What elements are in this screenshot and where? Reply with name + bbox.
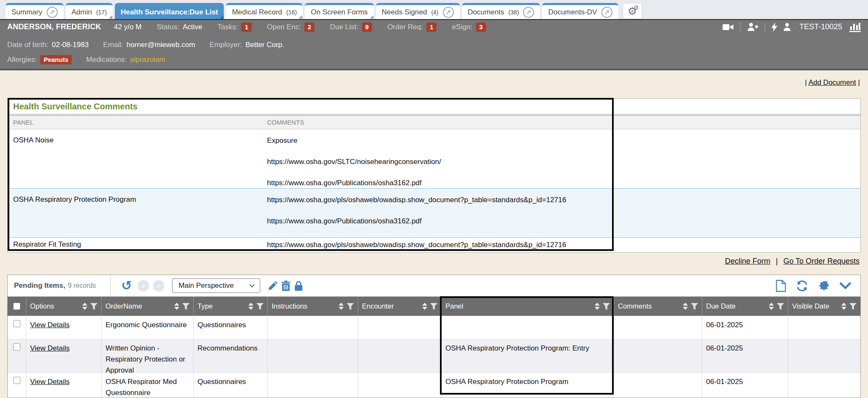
open-enc-count-badge[interactable]: 2 bbox=[304, 22, 314, 32]
tasks-count-badge[interactable]: 1 bbox=[241, 22, 251, 32]
lock-icon[interactable] bbox=[294, 281, 303, 291]
chart-icon[interactable] bbox=[849, 22, 861, 32]
view-details-link[interactable]: View Details bbox=[30, 378, 70, 386]
type-cell: Recommendations bbox=[193, 340, 267, 373]
due-list-counter[interactable]: Due List: 9 bbox=[330, 22, 372, 32]
allergy-badge[interactable]: Peanuts bbox=[40, 55, 72, 64]
visible-date-cell bbox=[788, 316, 860, 339]
view-details-link[interactable]: View Details bbox=[30, 344, 70, 352]
table-row-highlighted: OSHA Respiratory Protection Program http… bbox=[8, 188, 860, 238]
column-header-due-date[interactable]: Due Date bbox=[702, 297, 788, 316]
order-req-count-badge[interactable]: 1 bbox=[426, 22, 437, 32]
tab-needs-signed[interactable]: Needs Signed (4) ↗ bbox=[376, 3, 460, 19]
column-header-visible-date[interactable]: Visible Date bbox=[788, 297, 860, 316]
tab-count: (4) bbox=[431, 9, 438, 16]
filter-funnel-icon[interactable] bbox=[347, 303, 354, 310]
panel-cell: OSHA Respiratory Protection Program bbox=[441, 373, 614, 398]
sort-icon[interactable] bbox=[174, 303, 179, 310]
pending-items-title: Pending Items, bbox=[14, 281, 65, 290]
column-header-encounter[interactable]: Encounter bbox=[358, 297, 441, 316]
type-cell: Questionnaires bbox=[193, 373, 267, 398]
view-details-link[interactable]: View Details bbox=[30, 321, 70, 329]
decline-form-link[interactable]: Decline Form bbox=[725, 257, 770, 265]
action-links-row: Decline Form | Go To Order Requests bbox=[725, 257, 860, 266]
lightning-icon[interactable] bbox=[771, 22, 777, 32]
esign-count-badge[interactable]: 3 bbox=[476, 22, 486, 32]
sort-icon[interactable] bbox=[422, 303, 427, 310]
tab-fold-corner bbox=[370, 15, 373, 19]
tab-admin[interactable]: Admin (17) bbox=[66, 3, 113, 19]
external-link-icon[interactable]: ↗ bbox=[601, 7, 612, 18]
tab-health-surveillance-due-list[interactable]: Health Surveillance:Due List bbox=[115, 3, 224, 19]
tab-fold-corner bbox=[299, 15, 302, 19]
medication-value[interactable]: alprazolam bbox=[130, 56, 165, 64]
tab-count: (16) bbox=[287, 9, 297, 16]
esign-counter[interactable]: eSign: 3 bbox=[452, 22, 486, 32]
instructions-cell bbox=[267, 373, 358, 398]
row-checkbox[interactable] bbox=[13, 320, 20, 327]
tab-summary[interactable]: Summary ↗ bbox=[6, 3, 64, 19]
open-enc-counter[interactable]: Open Enc: 2 bbox=[267, 22, 315, 32]
tab-medical-record[interactable]: Medical Record (16) bbox=[226, 3, 303, 19]
chevron-down-icon[interactable] bbox=[840, 282, 851, 289]
new-document-icon[interactable] bbox=[776, 280, 786, 292]
person-icon[interactable] bbox=[784, 23, 790, 31]
row-checkbox[interactable] bbox=[13, 343, 20, 351]
column-header-ordername[interactable]: OrderName bbox=[101, 297, 193, 316]
filter-funnel-icon[interactable] bbox=[430, 303, 437, 310]
comments-cell: https://www.osha.gov/pls/oshaweb/owadisp… bbox=[263, 189, 860, 237]
sort-icon[interactable] bbox=[841, 303, 846, 310]
select-all-checkbox[interactable] bbox=[13, 303, 20, 310]
filter-funnel-icon[interactable] bbox=[777, 303, 784, 310]
column-header-comments[interactable]: Comments bbox=[614, 297, 702, 316]
tab-label: Needs Signed bbox=[382, 8, 427, 17]
column-header-instructions[interactable]: Instructions bbox=[267, 297, 358, 316]
add-document-link[interactable]: Add Document bbox=[808, 78, 856, 86]
table-row: OSHA Noise Exposure https://www.osha.gov… bbox=[8, 129, 860, 188]
gear-small-icon: ⚙ bbox=[634, 5, 639, 11]
column-header-options[interactable]: Options bbox=[26, 297, 101, 316]
sort-icon[interactable] bbox=[339, 303, 344, 310]
edit-pencil-icon[interactable] bbox=[268, 281, 278, 291]
filter-funnel-icon[interactable] bbox=[90, 303, 97, 310]
external-link-icon[interactable]: ↗ bbox=[523, 7, 534, 18]
filter-funnel-icon[interactable] bbox=[849, 303, 857, 310]
due-list-count-badge[interactable]: 9 bbox=[362, 22, 372, 32]
prev-icon[interactable]: ‹ bbox=[138, 280, 149, 292]
filter-funnel-icon[interactable] bbox=[691, 303, 698, 310]
tasks-counter[interactable]: Tasks: 1 bbox=[217, 22, 252, 32]
allergies-medications-row: Allergies: Peanuts Medications: alprazol… bbox=[7, 52, 861, 67]
perspective-select[interactable]: Main Perspective bbox=[172, 278, 260, 293]
video-camera-icon[interactable] bbox=[723, 23, 734, 31]
sort-icon[interactable] bbox=[595, 303, 600, 310]
settings-gear-icon[interactable] bbox=[818, 280, 830, 292]
filter-funnel-icon[interactable] bbox=[256, 303, 264, 310]
external-link-icon[interactable]: ↗ bbox=[47, 7, 58, 18]
column-header-type[interactable]: Type bbox=[193, 297, 267, 316]
tab-on-screen-forms[interactable]: On Screen Forms bbox=[305, 3, 373, 19]
tab-settings-button[interactable]: ⚙ ⚙ bbox=[623, 3, 642, 19]
order-req-counter[interactable]: Order Req: 1 bbox=[387, 22, 437, 32]
go-to-order-requests-link[interactable]: Go To Order Requests bbox=[783, 257, 860, 265]
row-checkbox[interactable] bbox=[13, 377, 20, 384]
column-header-panel[interactable]: Panel bbox=[441, 297, 614, 316]
panel-cell bbox=[441, 316, 614, 339]
comments-table-header: PANEL COMMENTS bbox=[8, 116, 860, 129]
tab-documents-dv[interactable]: Documents-DV ↗ bbox=[542, 3, 618, 19]
ordername-cell: Written Opinion - Respiratory Protection… bbox=[101, 340, 193, 373]
sort-icon[interactable] bbox=[769, 303, 774, 310]
instructions-cell bbox=[267, 340, 358, 373]
pending-items-toolbar: Pending Items, 9 records ↺ ‹ › Main Pers… bbox=[8, 275, 860, 297]
sort-icon[interactable] bbox=[248, 303, 253, 310]
tab-documents[interactable]: Documents (38) ↗ bbox=[462, 3, 540, 19]
sort-icon[interactable] bbox=[82, 303, 87, 310]
sort-icon[interactable] bbox=[683, 303, 688, 310]
next-icon[interactable]: › bbox=[153, 280, 164, 292]
refresh-icon[interactable] bbox=[796, 280, 808, 292]
undo-icon[interactable]: ↺ bbox=[121, 280, 132, 291]
external-link-icon[interactable]: ↗ bbox=[443, 7, 454, 18]
add-person-icon[interactable] bbox=[747, 22, 758, 31]
filter-funnel-icon[interactable] bbox=[603, 303, 610, 310]
delete-trash-icon[interactable] bbox=[281, 281, 290, 291]
filter-funnel-icon[interactable] bbox=[182, 303, 189, 310]
